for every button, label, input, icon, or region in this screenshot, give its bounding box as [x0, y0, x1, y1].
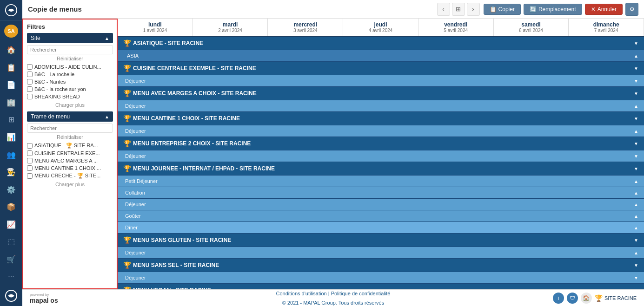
trame-checkbox-2[interactable]	[27, 150, 33, 156]
filter-item-trame-5: MENU CRECHE - 🏆 SITE...	[27, 172, 113, 180]
menu-row-entreprise[interactable]: 🏆 MENU ENTREPRISE 2 CHOIX - SITE RACINE …	[118, 137, 644, 150]
trame-checkbox-3[interactable]	[27, 158, 33, 163]
menu-row-cantine[interactable]: 🏆 MENU CANTINE 1 CHOIX - SITE RACINE ▼	[118, 112, 644, 125]
nav-building-icon[interactable]: 🏢	[3, 95, 20, 111]
menu-row-asia[interactable]: ASIA ▲	[118, 50, 644, 62]
conditions-link[interactable]: Conditions d'utilisation	[276, 291, 327, 296]
site-checkbox-5[interactable]	[27, 94, 33, 99]
trophy-icon-7: 🏆	[123, 236, 131, 244]
cancel-icon: ✕	[591, 6, 596, 13]
trophy-icon-1: 🏆	[123, 39, 131, 47]
chevron-collation: ▲	[634, 190, 638, 195]
nav-clipboard-icon[interactable]: 📋	[3, 59, 20, 75]
nav-home-icon[interactable]: 🏠	[3, 42, 20, 58]
menu-row-dejeuner-1[interactable]: Déjeuner ▼	[118, 75, 644, 87]
menu-row-dejeuner-3[interactable]: Déjeuner ▲	[118, 125, 644, 137]
chevron-sans-sel: ▼	[634, 263, 638, 268]
mapal-branding: powered by mapal os	[30, 293, 58, 304]
nav-calendar-button[interactable]: ⊞	[452, 3, 465, 16]
nav-table-icon[interactable]: ⊞	[3, 112, 20, 128]
site-filter-header[interactable]: Site ▲	[27, 33, 113, 43]
site-checkbox-1[interactable]	[27, 64, 33, 70]
site-load-more[interactable]: Charger plus	[27, 102, 113, 108]
settings-button[interactable]: ⚙	[625, 3, 638, 16]
footer-links: Conditions d'utilisation | Politique de …	[276, 291, 391, 306]
nav-cart-icon[interactable]: 🛒	[3, 252, 20, 267]
menu-row-marges[interactable]: 🏆 MENU AVEC MARGES A CHOIX - SITE RACINE…	[118, 87, 644, 100]
trame-reset-button[interactable]: Réinitialiser	[27, 134, 113, 140]
shield-icon[interactable]: 🛡	[567, 293, 578, 304]
site-reset-button[interactable]: Réinitialiser	[27, 56, 113, 61]
cancel-button[interactable]: ✕ Annuler	[585, 4, 623, 15]
menu-row-sans-sel[interactable]: 🏆 MENU SANS SEL - SITE RACINE ▼	[118, 259, 644, 272]
trame-checkbox-4[interactable]	[27, 165, 33, 171]
menu-row-asiatique[interactable]: 🏆 ASIATIQUE - SITE RACINE ▼	[118, 37, 644, 50]
trophy-icon-2: 🏆	[123, 65, 131, 72]
chevron-gouter: ▲	[634, 214, 638, 219]
main-area: Copie de menus ‹ ⊞ › 📋 Copier 🔄 Remplace…	[22, 0, 644, 306]
menu-row-dejeuner-5[interactable]: Déjeuner ▲	[118, 199, 644, 210]
filter-item-site-4: B&C - la roche sur yon	[27, 85, 113, 93]
site-checkbox-2[interactable]	[27, 72, 33, 77]
nav-box-icon[interactable]: 📦	[3, 199, 20, 215]
menu-row-sans-gluten[interactable]: 🏆 MENU SANS GLUTEN - SITE RACINE ▼	[118, 234, 644, 247]
page-footer: powered by mapal os Conditions d'utilisa…	[22, 289, 644, 306]
menu-row-gouter[interactable]: Goûter ▲	[118, 210, 644, 222]
replace-button[interactable]: 🔄 Remplacement	[524, 4, 582, 15]
menu-row-vegan[interactable]: 🏆 MENU VEGAN - SITE RACINE ▼	[118, 284, 644, 289]
trame-checkbox-5[interactable]	[27, 173, 33, 179]
filter-item-trame-1: ASIATIQUE - 🏆 SITE RA...	[27, 142, 113, 150]
site-search-input[interactable]	[27, 45, 113, 54]
day-header-1: mardi 2 avril 2024	[193, 19, 268, 36]
trame-checkbox-1[interactable]	[27, 143, 33, 149]
trophy-icon-6: 🏆	[123, 165, 131, 172]
trophy-icon-3: 🏆	[123, 90, 131, 97]
nav-chef-icon[interactable]: 👨‍🍳	[3, 164, 20, 180]
chevron-diner: ▲	[634, 225, 638, 230]
menu-row-cuisine-centrale[interactable]: 🏆 CUISINE CENTRALE EXEMPLE - SITE RACINE…	[118, 62, 644, 75]
privacy-link[interactable]: Politique de confidentialité	[331, 291, 391, 296]
info-icon[interactable]: i	[553, 293, 564, 304]
menu-row-journee[interactable]: 🏆 MENU JOURNEE - INTERNAT / EHPAD - SITE…	[118, 162, 644, 176]
copy-button[interactable]: 📋 Copier	[484, 4, 521, 15]
chevron-dejeuner-5: ▲	[634, 202, 638, 207]
nav-more-icon[interactable]: ···	[3, 269, 20, 285]
chevron-asiatique: ▼	[634, 41, 638, 46]
nav-list-icon[interactable]: 📄	[3, 77, 20, 93]
site-checkbox-3[interactable]	[27, 79, 33, 85]
header-nav: ‹ ⊞ ›	[437, 3, 480, 16]
menu-row-dejeuner-7[interactable]: Déjeuner ▼	[118, 272, 644, 284]
site-checkbox-4[interactable]	[27, 86, 33, 92]
nav-users-icon[interactable]: 👥	[3, 147, 20, 163]
calendar-area: lundi 1 avril 2024 mardi 2 avril 2024 me…	[118, 19, 644, 289]
nav-chart-icon[interactable]: 📊	[3, 130, 20, 145]
menu-row-diner[interactable]: Dîner ▲	[118, 222, 644, 234]
menu-row-dejeuner-6[interactable]: Déjeuner ▲	[118, 247, 644, 259]
site-badge: 🏆 SITE RACINE	[595, 294, 637, 302]
menu-row-collation[interactable]: Collation ▲	[118, 187, 644, 199]
trame-search-input[interactable]	[27, 124, 113, 133]
filter-item-site-3: B&C - Nantes	[27, 78, 113, 85]
filter-item-trame-3: MENU AVEC MARGES A ...	[27, 157, 113, 164]
chevron-dejeuner-2: ▲	[634, 104, 638, 109]
site-filter-chevron: ▲	[105, 36, 109, 41]
nav-settings-icon[interactable]: ⚙️	[3, 182, 20, 197]
trame-filter-header[interactable]: Trame de menu ▲	[27, 111, 113, 122]
nav-next-button[interactable]: ›	[467, 3, 480, 16]
app-logo	[0, 0, 22, 21]
menu-row-dejeuner-4[interactable]: Déjeuner ▼	[118, 150, 644, 162]
chevron-dejeuner-4: ▼	[634, 154, 638, 159]
nav-prev-button[interactable]: ‹	[437, 3, 450, 16]
user-avatar[interactable]: SA	[4, 25, 18, 38]
filter-item-trame-2: CUISINE CENTRALE EXE...	[27, 150, 113, 157]
sidebar-nav: SA 🏠 📋 📄 🏢 ⊞ 📊 👥 👨‍🍳 ⚙️ 📦 📈 ⬚ 🛒 ···	[0, 0, 22, 306]
nav-stack-icon[interactable]: ⬚	[3, 234, 20, 250]
chevron-journee: ▼	[634, 166, 638, 171]
menu-row-petit-dejeuner[interactable]: Petit Déjeuner ▲	[118, 176, 644, 187]
nav-analytics-icon[interactable]: 📈	[3, 217, 20, 233]
trame-filter-chevron: ▲	[105, 114, 109, 119]
trame-load-more[interactable]: Charger plus	[27, 182, 113, 187]
day-header-4: vendredi 5 avril 2024	[418, 19, 494, 36]
menu-row-dejeuner-2[interactable]: Déjeuner ▲	[118, 100, 644, 112]
home-icon[interactable]: 🏠	[581, 293, 592, 304]
